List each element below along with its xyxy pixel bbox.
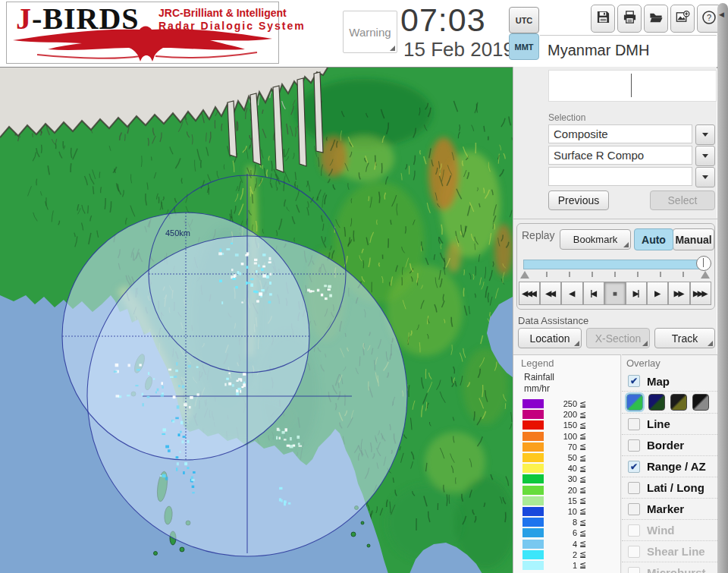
selection-dropdown-value-1[interactable]: Composite (548, 124, 692, 143)
selection-dropdown-1: Composite (548, 124, 715, 143)
display-caret (631, 74, 632, 97)
dropdown-arrow-button[interactable] (695, 167, 715, 187)
echo-speck (329, 294, 332, 298)
station-display-box[interactable] (548, 70, 717, 102)
checkbox-map[interactable]: ✔ (628, 375, 640, 387)
legend-title: Legend (521, 357, 554, 369)
stop-button[interactable]: ■ (604, 282, 626, 305)
legend-rows: 250≦200≦150≦100≦70≦50≦40≦30≦20≦15≦10≦8≦6… (522, 398, 586, 571)
echo-speck (287, 445, 290, 447)
echo-speck (191, 477, 193, 479)
echo-speck (196, 367, 199, 368)
echo-speck (178, 385, 180, 387)
warning-button[interactable]: Warning (343, 11, 397, 53)
svg-text:?: ? (707, 13, 711, 22)
legend-color-swatch (522, 474, 544, 483)
checkbox-line[interactable] (628, 418, 640, 430)
echo-speck (237, 271, 240, 274)
checkbox-lati-long[interactable] (628, 482, 640, 494)
echo-speck (173, 395, 176, 398)
overlay-row-microburst: Microburst (622, 562, 717, 573)
clock-time: 07:03 (400, 2, 486, 39)
station-name-field[interactable]: Myanmar DMH (540, 36, 717, 65)
auto-mode-button[interactable]: Auto (634, 228, 673, 250)
echo-speck (268, 261, 271, 263)
radar-map[interactable]: 450km (0, 67, 513, 573)
echo-speck (256, 300, 259, 302)
checkbox-range-az[interactable]: ✔ (628, 461, 640, 473)
dropdown-arrow-button[interactable] (695, 124, 715, 145)
manual-mode-button[interactable]: Manual (673, 228, 714, 250)
print-button[interactable] (617, 5, 642, 33)
echo-speck (235, 286, 238, 288)
fast-forward-3-button[interactable]: ▶▶▶ (690, 282, 711, 305)
capture-button[interactable] (670, 5, 695, 33)
terrain-ridge-stroke (231, 209, 232, 218)
checkbox-wind[interactable] (628, 524, 640, 537)
legend-panel: Legend Rainfall mm/hr 250≦200≦150≦100≦70… (513, 354, 621, 573)
checkbox-marker[interactable] (628, 503, 640, 515)
selection-dropdown-value-3[interactable] (548, 167, 692, 186)
select-button[interactable]: Select (650, 190, 715, 210)
slider-tick (660, 272, 661, 277)
open-folder-icon (648, 10, 664, 27)
map-style-option-1[interactable] (626, 394, 643, 411)
echo-speck (153, 378, 155, 379)
legend-row: 4≦ (522, 538, 586, 549)
echo-speck (266, 275, 269, 279)
overlay-label: Lati / Long (647, 481, 704, 494)
map-style-option-2[interactable] (648, 394, 665, 411)
location-button[interactable]: Location (518, 328, 582, 348)
save-button[interactable] (591, 5, 615, 33)
echo-speck (187, 467, 189, 469)
legend-value: 8 (548, 518, 577, 527)
terrain-ridge-stroke (237, 122, 238, 131)
x-section-button[interactable]: X-Section (586, 328, 650, 348)
echo-speck (232, 384, 234, 386)
overlay-label: Shear Line (647, 545, 705, 558)
legend-row: 150≦ (522, 420, 586, 430)
fast-rewind-button[interactable]: ◀◀ (540, 282, 561, 305)
timezone-utc-button[interactable]: UTC (509, 7, 539, 33)
open-folder-button[interactable] (644, 5, 668, 33)
legend-value: 2 (548, 550, 577, 559)
checkbox-shear-line[interactable] (628, 546, 640, 558)
skip-end-button[interactable]: ▶| (626, 282, 647, 305)
play-button[interactable]: ▶ (647, 282, 668, 305)
terrain-ridge-stroke (237, 121, 237, 131)
legend-row: 40≦ (522, 463, 586, 474)
skip-start-button[interactable]: |◀ (583, 282, 604, 305)
replay-slider-handle[interactable] (696, 256, 711, 271)
dropdown-arrow-button[interactable] (695, 146, 715, 166)
corner-fold-icon (623, 242, 629, 247)
terrain-ridge-stroke (456, 477, 457, 484)
bookmark-button[interactable]: Bookmark (560, 229, 631, 250)
echo-speck (279, 487, 282, 490)
echo-speck (243, 382, 245, 384)
selection-dropdown-value-2[interactable]: Surface R Compo (548, 146, 692, 165)
echo-speck (236, 392, 239, 395)
checkbox-microburst[interactable] (628, 567, 640, 573)
legend-color-swatch (522, 518, 544, 527)
overlay-row-wind: Wind (622, 519, 717, 540)
terrain-ridge-stroke (463, 288, 464, 296)
step-back-button[interactable]: ◀ (561, 282, 582, 305)
track-button[interactable]: Track (654, 328, 715, 348)
legend-row: 10≦ (522, 506, 586, 517)
overlay-label: Range / AZ (647, 460, 706, 473)
timezone-mmt-button[interactable]: MMT (509, 33, 539, 60)
echo-speck (269, 293, 272, 295)
replay-slider-track[interactable] (523, 260, 705, 269)
save-icon (596, 10, 610, 27)
fast-rewind-3-button[interactable]: ◀◀◀ (519, 282, 540, 305)
fast-forward-button[interactable]: ▶▶ (668, 282, 689, 305)
legend-color-swatch (522, 486, 544, 495)
legend-color-swatch (522, 528, 544, 537)
previous-button[interactable]: Previous (548, 190, 609, 210)
panel-collapse-bar[interactable]: ◀ (717, 3, 728, 573)
map-style-option-4[interactable] (692, 394, 709, 411)
map-style-option-3[interactable] (670, 394, 687, 411)
legend-value: 40 (548, 464, 577, 473)
checkbox-border[interactable] (628, 439, 640, 452)
echo-speck (231, 243, 233, 244)
